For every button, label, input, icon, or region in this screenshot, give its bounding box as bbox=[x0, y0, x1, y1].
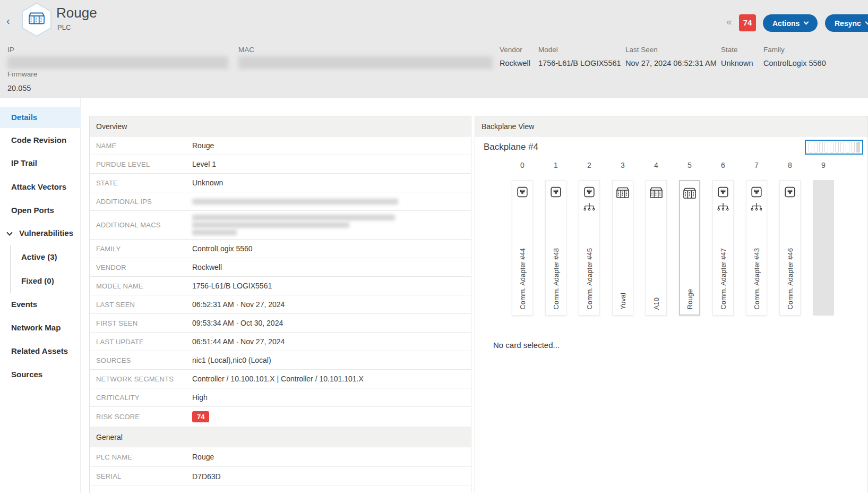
table-row: NETWORK SEGMENTSController / 10.100.101.… bbox=[90, 370, 471, 388]
model-value: 1756-L61/B LOGIX5561 bbox=[538, 59, 621, 67]
backplane-slot-1: 1 Comm. Adapter #48 bbox=[545, 161, 566, 316]
table-row: PLC NAMERouge bbox=[90, 447, 471, 467]
ip-label: IP bbox=[7, 46, 14, 54]
actions-button-label: Actions bbox=[772, 19, 800, 28]
actions-button[interactable]: Actions bbox=[763, 14, 818, 32]
network-tree-icon bbox=[750, 203, 763, 213]
page-title: Rouge bbox=[56, 5, 97, 21]
firmware-label: Firmware bbox=[7, 70, 37, 78]
backplane-slot-8: 8 Comm. Adapter #46 bbox=[779, 161, 801, 316]
comm-adapter-icon bbox=[717, 186, 729, 200]
backplane-section-header: Backplane View bbox=[475, 116, 867, 137]
backplane-card[interactable]: Comm. Adapter #44 bbox=[512, 180, 533, 316]
model-label: Model bbox=[538, 46, 558, 54]
table-row bbox=[90, 486, 471, 493]
asset-type-hexagon-icon bbox=[20, 2, 53, 39]
table-row: SOURCESnic1 (Local),nic0 (Local) bbox=[90, 351, 471, 370]
sidebar-item-vulnerabilities-active[interactable]: Active (3) bbox=[0, 252, 81, 262]
table-row: CRITICALITYHigh bbox=[90, 388, 471, 407]
sub-items-guide-line bbox=[10, 245, 11, 293]
no-card-selected-text: No card selected... bbox=[493, 341, 560, 350]
backplane-card[interactable]: Comm. Adapter #48 bbox=[545, 180, 566, 316]
network-tree-icon bbox=[583, 203, 596, 213]
table-row: VENDORRockwell bbox=[90, 258, 471, 277]
backplane-card[interactable]: Comm. Adapter #47 bbox=[712, 180, 734, 316]
backplane-slot-7: 7 Comm. Adapter #43 bbox=[746, 161, 767, 316]
firmware-value: 20.055 bbox=[7, 84, 31, 92]
backplane-card[interactable]: Comm. Adapter #43 bbox=[746, 180, 767, 316]
network-tree-icon bbox=[717, 203, 729, 213]
sidebar-item-sources[interactable]: Sources bbox=[0, 369, 81, 380]
sidebar-item-related-assets[interactable]: Related Assets bbox=[0, 346, 81, 356]
table-row: PURDUE LEVELLevel 1 bbox=[90, 155, 471, 174]
state-label: State bbox=[721, 46, 738, 54]
chevron-down-icon bbox=[865, 20, 868, 25]
backplane-slot-6: 6 Comm. Adapter #47 bbox=[712, 161, 734, 316]
sidebar-item-details[interactable]: Details bbox=[0, 107, 81, 128]
backplane-card-current[interactable]: Rouge bbox=[679, 180, 700, 316]
backplane-slot-0: 0 Comm. Adapter #44 bbox=[512, 161, 533, 316]
backplane-empty-slot[interactable] bbox=[813, 180, 834, 316]
resync-button[interactable]: Resync bbox=[825, 14, 868, 32]
sidebar-item-ip-trail[interactable]: IP Trail bbox=[0, 158, 81, 168]
sidebar-item-network-map[interactable]: Network Map bbox=[0, 322, 81, 333]
comm-adapter-icon bbox=[550, 186, 562, 200]
last-seen-value: Nov 27, 2024 06:52:31 AM bbox=[625, 59, 717, 67]
sidebar-item-open-ports[interactable]: Open Ports bbox=[0, 205, 81, 216]
redacted-value bbox=[192, 197, 398, 206]
backplane-card[interactable]: Yuval bbox=[612, 180, 633, 316]
plc-icon bbox=[683, 186, 697, 202]
ip-value-redacted bbox=[7, 56, 228, 69]
table-row: LAST SEEN06:52:31 AM · Nov 27, 2024 bbox=[90, 295, 471, 314]
sidebar-item-vulnerabilities[interactable]: Vulnerabilities bbox=[0, 228, 81, 239]
table-row: MODEL NAME1756-L61/B LOGIX5561 bbox=[90, 277, 471, 295]
asset-header: ‹ Rouge PLC « 74 Actions bbox=[0, 0, 868, 98]
mac-label: MAC bbox=[238, 46, 254, 54]
state-value: Unknown bbox=[721, 59, 753, 67]
backplane-minimap[interactable] bbox=[805, 140, 863, 155]
comm-adapter-icon bbox=[583, 186, 596, 200]
risk-score-badge: 74 bbox=[192, 411, 209, 422]
general-section-header: General bbox=[90, 427, 471, 447]
table-row: FIRST SEEN09:53:34 AM · Oct 30, 2024 bbox=[90, 314, 471, 333]
backplane-slot-5: 5 Rouge bbox=[679, 161, 700, 316]
comm-adapter-icon bbox=[751, 186, 763, 200]
risk-score-badge: 74 bbox=[739, 14, 756, 31]
sidebar-item-code-revision[interactable]: Code Revision bbox=[0, 135, 81, 146]
asset-type-label: PLC bbox=[57, 23, 71, 31]
table-row: NAMERouge bbox=[90, 137, 471, 155]
collapse-panel-icon[interactable]: « bbox=[726, 16, 732, 28]
mac-value-redacted bbox=[238, 56, 493, 69]
last-seen-label: Last Seen bbox=[625, 46, 658, 54]
sidebar-item-attack-vectors[interactable]: Attack Vectors bbox=[0, 182, 81, 192]
backplane-card[interactable]: Comm. Adapter #46 bbox=[779, 180, 801, 316]
backplane-panel: Backplane View Backplane #4 0 Comm. Adap… bbox=[475, 116, 868, 493]
asset-details-screen: ‹ Rouge PLC « 74 Actions bbox=[0, 0, 868, 493]
table-row: LAST UPDATE06:51:44 AM · Nov 27, 2024 bbox=[90, 333, 471, 351]
backplane-card[interactable]: Comm. Adapter #45 bbox=[579, 180, 600, 316]
table-row: FAMILYControlLogix 5560 bbox=[90, 240, 471, 258]
resync-button-label: Resync bbox=[835, 19, 861, 28]
backplane-slot-4: 4 A10 bbox=[646, 161, 667, 316]
sidebar-item-vulnerabilities-fixed[interactable]: Fixed (0) bbox=[0, 276, 81, 286]
comm-adapter-icon bbox=[517, 186, 529, 200]
details-panel: Overview NAMERouge PURDUE LEVELLevel 1 S… bbox=[89, 116, 471, 493]
plc-icon bbox=[616, 186, 630, 201]
back-chevron-icon[interactable]: ‹ bbox=[6, 15, 10, 27]
backplane-slot-3: 3 Yuval bbox=[612, 161, 633, 316]
chevron-down-icon bbox=[804, 20, 809, 25]
vendor-value: Rockwell bbox=[500, 59, 530, 67]
plc-icon bbox=[649, 186, 664, 201]
backplane-slot-2: 2 Comm. Adapter #45 bbox=[579, 161, 600, 316]
table-row: ADDITIONAL MACS bbox=[90, 211, 471, 240]
family-value: ControlLogix 5560 bbox=[763, 59, 826, 67]
comm-adapter-icon bbox=[784, 186, 796, 200]
table-row: SERIALD7D63D bbox=[90, 467, 471, 486]
backplane-card[interactable]: A10 bbox=[646, 180, 667, 316]
sidebar-item-events[interactable]: Events bbox=[0, 299, 81, 310]
redacted-value bbox=[192, 213, 395, 237]
table-row: ADDITIONAL IPS bbox=[90, 192, 471, 211]
table-row: RISK SCORE 74 bbox=[90, 407, 471, 427]
backplane-title: Backplane #4 bbox=[484, 142, 538, 152]
family-label: Family bbox=[763, 46, 785, 54]
